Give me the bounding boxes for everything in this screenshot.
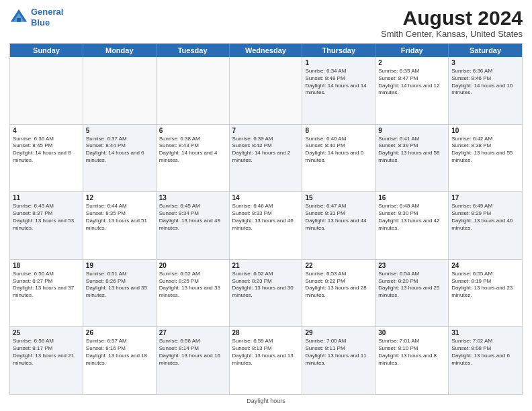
footer-note: Daylight hours <box>9 398 523 404</box>
logo-blue: Blue <box>31 17 50 28</box>
day-number: 29 <box>305 329 372 336</box>
day-number: 15 <box>305 194 372 201</box>
cal-header-day: Thursday <box>302 44 375 57</box>
table-row: 17Sunrise: 6:49 AM Sunset: 8:29 PM Dayli… <box>449 192 522 259</box>
table-row: 6Sunrise: 6:38 AM Sunset: 8:43 PM Daylig… <box>157 125 230 192</box>
day-number: 3 <box>451 59 519 66</box>
day-number: 12 <box>86 194 153 201</box>
day-number: 4 <box>13 127 80 134</box>
logo-icon <box>9 8 28 27</box>
cell-info: Sunrise: 6:43 AM Sunset: 8:37 PM Dayligh… <box>13 203 80 232</box>
calendar-week: 4Sunrise: 6:36 AM Sunset: 8:45 PM Daylig… <box>10 125 522 193</box>
table-row: 13Sunrise: 6:45 AM Sunset: 8:34 PM Dayli… <box>157 192 230 259</box>
cell-info: Sunrise: 6:34 AM Sunset: 8:48 PM Dayligh… <box>305 68 372 97</box>
cal-header-day: Monday <box>83 44 157 57</box>
day-number: 13 <box>159 194 226 201</box>
table-row: 4Sunrise: 6:36 AM Sunset: 8:45 PM Daylig… <box>10 125 83 192</box>
table-row: 23Sunrise: 6:54 AM Sunset: 8:20 PM Dayli… <box>375 260 449 327</box>
calendar-week: 25Sunrise: 6:56 AM Sunset: 8:17 PM Dayli… <box>10 327 522 394</box>
cell-info: Sunrise: 6:41 AM Sunset: 8:39 PM Dayligh… <box>378 136 445 165</box>
cell-info: Sunrise: 6:46 AM Sunset: 8:33 PM Dayligh… <box>232 203 300 232</box>
day-number: 6 <box>159 127 226 134</box>
day-number: 25 <box>13 329 80 336</box>
table-row: 16Sunrise: 6:48 AM Sunset: 8:30 PM Dayli… <box>375 192 449 259</box>
table-row: 24Sunrise: 6:55 AM Sunset: 8:19 PM Dayli… <box>449 260 522 327</box>
calendar-week: 1Sunrise: 6:34 AM Sunset: 8:48 PM Daylig… <box>10 57 522 125</box>
cell-info: Sunrise: 6:37 AM Sunset: 8:44 PM Dayligh… <box>86 136 153 165</box>
cell-info: Sunrise: 6:39 AM Sunset: 8:42 PM Dayligh… <box>232 136 300 165</box>
table-row: 27Sunrise: 6:58 AM Sunset: 8:14 PM Dayli… <box>157 327 230 394</box>
cell-info: Sunrise: 6:59 AM Sunset: 8:13 PM Dayligh… <box>232 338 300 367</box>
cell-info: Sunrise: 6:58 AM Sunset: 8:14 PM Dayligh… <box>159 338 226 367</box>
cell-info: Sunrise: 6:35 AM Sunset: 8:47 PM Dayligh… <box>378 68 445 97</box>
day-number: 18 <box>13 262 80 269</box>
day-number: 11 <box>13 194 80 201</box>
table-row: 22Sunrise: 6:53 AM Sunset: 8:22 PM Dayli… <box>302 260 375 327</box>
day-number: 22 <box>305 262 372 269</box>
table-row: 25Sunrise: 6:56 AM Sunset: 8:17 PM Dayli… <box>10 327 83 394</box>
day-number: 7 <box>232 127 300 134</box>
cal-header-day: Sunday <box>10 44 83 57</box>
cell-info: Sunrise: 7:02 AM Sunset: 8:08 PM Dayligh… <box>451 338 519 367</box>
day-number: 20 <box>159 262 226 269</box>
cell-info: Sunrise: 6:48 AM Sunset: 8:30 PM Dayligh… <box>378 203 445 232</box>
calendar-body: 1Sunrise: 6:34 AM Sunset: 8:48 PM Daylig… <box>10 57 522 394</box>
table-row: 18Sunrise: 6:50 AM Sunset: 8:27 PM Dayli… <box>10 260 83 327</box>
table-row: 11Sunrise: 6:43 AM Sunset: 8:37 PM Dayli… <box>10 192 83 259</box>
table-row: 19Sunrise: 6:51 AM Sunset: 8:26 PM Dayli… <box>83 260 157 327</box>
day-number: 31 <box>451 329 519 336</box>
calendar: SundayMondayTuesdayWednesdayThursdayFrid… <box>9 43 523 395</box>
cal-header-day: Friday <box>375 44 449 57</box>
svg-rect-2 <box>17 18 21 22</box>
cell-info: Sunrise: 6:49 AM Sunset: 8:29 PM Dayligh… <box>451 203 519 232</box>
day-number: 16 <box>378 194 445 201</box>
calendar-week: 18Sunrise: 6:50 AM Sunset: 8:27 PM Dayli… <box>10 260 522 328</box>
day-number: 23 <box>378 262 445 269</box>
table-row: 2Sunrise: 6:35 AM Sunset: 8:47 PM Daylig… <box>375 57 449 124</box>
cell-info: Sunrise: 6:47 AM Sunset: 8:31 PM Dayligh… <box>305 203 372 232</box>
title-block: August 2024 Smith Center, Kansas, United… <box>381 7 523 39</box>
calendar-subtitle: Smith Center, Kansas, United States <box>381 29 523 39</box>
cell-info: Sunrise: 6:53 AM Sunset: 8:22 PM Dayligh… <box>305 271 372 300</box>
table-row: 9Sunrise: 6:41 AM Sunset: 8:39 PM Daylig… <box>375 125 449 192</box>
day-number: 24 <box>451 262 519 269</box>
cell-info: Sunrise: 6:52 AM Sunset: 8:25 PM Dayligh… <box>159 271 226 300</box>
calendar-title: August 2024 <box>381 7 523 29</box>
logo: General Blue <box>9 7 63 28</box>
logo-text: General Blue <box>31 7 63 28</box>
cell-info: Sunrise: 6:52 AM Sunset: 8:23 PM Dayligh… <box>232 271 300 300</box>
cell-info: Sunrise: 6:50 AM Sunset: 8:27 PM Dayligh… <box>13 271 80 300</box>
cell-info: Sunrise: 6:36 AM Sunset: 8:45 PM Dayligh… <box>13 136 80 165</box>
day-number: 9 <box>378 127 445 134</box>
table-row <box>10 57 83 124</box>
day-number: 5 <box>86 127 153 134</box>
cell-info: Sunrise: 6:54 AM Sunset: 8:20 PM Dayligh… <box>378 271 445 300</box>
table-row <box>230 57 303 124</box>
cell-info: Sunrise: 6:40 AM Sunset: 8:40 PM Dayligh… <box>305 136 372 165</box>
table-row: 12Sunrise: 6:44 AM Sunset: 8:35 PM Dayli… <box>83 192 157 259</box>
day-number: 17 <box>451 194 519 201</box>
table-row: 30Sunrise: 7:01 AM Sunset: 8:10 PM Dayli… <box>375 327 449 394</box>
day-number: 8 <box>305 127 372 134</box>
cell-info: Sunrise: 6:44 AM Sunset: 8:35 PM Dayligh… <box>86 203 153 232</box>
day-number: 10 <box>451 127 519 134</box>
table-row: 20Sunrise: 6:52 AM Sunset: 8:25 PM Dayli… <box>157 260 230 327</box>
cell-info: Sunrise: 6:42 AM Sunset: 8:38 PM Dayligh… <box>451 136 519 165</box>
header: General Blue August 2024 Smith Center, K… <box>9 7 523 39</box>
day-number: 30 <box>378 329 445 336</box>
day-number: 14 <box>232 194 300 201</box>
table-row <box>83 57 157 124</box>
table-row: 5Sunrise: 6:37 AM Sunset: 8:44 PM Daylig… <box>83 125 157 192</box>
day-number: 26 <box>86 329 153 336</box>
day-number: 1 <box>305 59 372 66</box>
table-row: 3Sunrise: 6:36 AM Sunset: 8:46 PM Daylig… <box>449 57 522 124</box>
table-row: 28Sunrise: 6:59 AM Sunset: 8:13 PM Dayli… <box>230 327 303 394</box>
table-row: 7Sunrise: 6:39 AM Sunset: 8:42 PM Daylig… <box>230 125 303 192</box>
cal-header-day: Wednesday <box>230 44 303 57</box>
calendar-header-row: SundayMondayTuesdayWednesdayThursdayFrid… <box>10 44 522 57</box>
table-row <box>157 57 230 124</box>
cell-info: Sunrise: 7:01 AM Sunset: 8:10 PM Dayligh… <box>378 338 445 367</box>
table-row: 8Sunrise: 6:40 AM Sunset: 8:40 PM Daylig… <box>302 125 375 192</box>
day-number: 27 <box>159 329 226 336</box>
day-number: 28 <box>232 329 300 336</box>
